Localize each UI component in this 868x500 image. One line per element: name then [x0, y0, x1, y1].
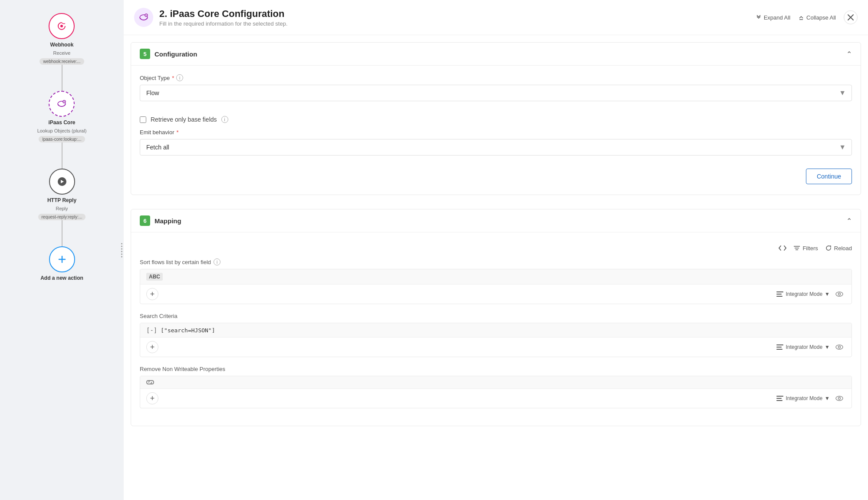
node-webhook[interactable]: Webhook Receive webhook:receive:...	[39, 13, 84, 65]
remove-non-writable-row-footer: + Integrator Mode ▼	[140, 388, 852, 408]
integrator-mode-arrow-2: ▼	[825, 344, 830, 350]
remove-non-writable-add-button[interactable]: +	[146, 392, 158, 404]
search-criteria-eye-button[interactable]	[833, 341, 845, 353]
retrieve-base-fields-label: Retrieve only base fields	[151, 116, 217, 123]
node-ipaas-wrapper: iPaas Core Lookup Objects (plural) ipaas…	[37, 91, 87, 142]
svg-rect-22	[776, 400, 783, 401]
mapping-section: 6 Mapping ⌃	[131, 209, 861, 426]
svg-point-14	[838, 293, 841, 295]
svg-point-23	[836, 396, 843, 401]
emit-behavior-select-wrapper: Fetch all ▼	[140, 139, 852, 156]
integrator-mode-icon-2	[776, 344, 783, 350]
sort-flows-row-footer: + Integrator Mode ▼	[140, 284, 852, 304]
sort-flows-integrator-mode[interactable]: Integrator Mode ▼	[776, 291, 830, 297]
panel-header: 2. iPaas Core Configuration Fill in the …	[124, 0, 868, 35]
configuration-section-header[interactable]: 5 Configuration ⌃	[131, 43, 861, 65]
emit-behavior-required: *	[176, 129, 178, 136]
node-http[interactable]: HTTP Reply Reply request-reply:reply:...	[38, 169, 86, 220]
sort-flows-info-icon[interactable]: i	[214, 258, 220, 265]
remove-non-writable-label: Remove Non Writeable Properties	[140, 366, 852, 372]
configuration-section-body: Object Type * i Flow ▼ Retrieve only bas…	[131, 65, 861, 195]
svg-point-0	[60, 25, 63, 27]
object-type-select[interactable]: Flow	[140, 85, 852, 101]
svg-rect-21	[776, 398, 782, 399]
node-add[interactable]: Add a new action	[40, 246, 83, 281]
filters-button[interactable]: Filters	[793, 245, 818, 252]
retrieve-base-fields-info-icon[interactable]: i	[221, 116, 228, 123]
connector-3	[62, 220, 62, 246]
object-type-field: Object Type * i Flow ▼	[140, 74, 852, 101]
svg-point-13	[836, 292, 843, 296]
svg-rect-15	[776, 344, 783, 345]
mapping-section-header[interactable]: 6 Mapping ⌃	[131, 209, 861, 232]
mapping-toolbar: Filters Reload	[140, 241, 852, 258]
svg-rect-11	[776, 294, 782, 295]
webhook-badge: webhook:receive:...	[39, 58, 84, 65]
panel-title: 2. iPaas Core Configuration	[159, 8, 750, 20]
remove-non-writable-row-header	[140, 376, 852, 388]
add-circle[interactable]	[49, 246, 75, 272]
webhook-sublabel: Receive	[53, 50, 71, 56]
drag-handle[interactable]	[120, 241, 124, 259]
object-type-info-icon[interactable]: i	[176, 74, 183, 81]
link-icon	[146, 380, 154, 385]
config-chevron-icon: ⌃	[846, 50, 852, 58]
svg-rect-12	[776, 296, 783, 297]
http-circle[interactable]	[49, 169, 75, 195]
collapse-all-button[interactable]: Collapse All	[798, 14, 836, 21]
code-toggle-button[interactable]	[779, 245, 786, 251]
sort-flows-field: Sort flows list by certain field i ABC +	[140, 258, 852, 304]
config-section-title: Configuration	[155, 50, 197, 58]
ipaas-sublabel: Lookup Objects (plural)	[37, 128, 87, 133]
panel-subtitle: Fill in the required information for the…	[159, 20, 750, 27]
eye-icon-3	[835, 395, 843, 401]
mapping-section-title: Mapping	[155, 217, 181, 225]
search-criteria-integrator-mode[interactable]: Integrator Mode ▼	[776, 344, 830, 350]
mapping-section-header-left: 6 Mapping	[140, 215, 181, 226]
sort-flows-eye-button[interactable]	[833, 288, 845, 300]
configuration-section: 5 Configuration ⌃ Object Type * i Flow ▼	[131, 42, 861, 195]
webhook-circle[interactable]	[49, 13, 75, 39]
emit-behavior-field: Emit behavior * Fetch all ▼	[140, 129, 852, 156]
expand-all-button[interactable]: Expand All	[756, 14, 790, 21]
continue-button[interactable]: Continue	[806, 169, 852, 184]
add-label: Add a new action	[40, 275, 83, 281]
mapping-section-body: Filters Reload Sort flows list by certai…	[131, 232, 861, 426]
svg-point-18	[836, 345, 843, 349]
svg-rect-20	[776, 396, 783, 397]
webhook-label: Webhook	[50, 42, 74, 48]
main-panel: 2. iPaas Core Configuration Fill in the …	[124, 0, 868, 500]
eye-icon-1	[835, 291, 843, 297]
close-button[interactable]	[844, 10, 858, 24]
node-ipaas[interactable]: iPaas Core Lookup Objects (plural) ipaas…	[37, 91, 87, 142]
object-type-label: Object Type * i	[140, 74, 852, 81]
search-criteria-row: [-] ["search=HJSON"] +	[140, 323, 852, 357]
ipaas-circle[interactable]	[49, 91, 75, 117]
integrator-mode-icon-3	[776, 396, 783, 401]
sort-flows-add-button[interactable]: +	[146, 288, 158, 300]
search-criteria-row-header: [-] ["search=HJSON"]	[140, 323, 852, 337]
svg-rect-10	[776, 291, 783, 292]
sidebar: Webhook Receive webhook:receive:... iPaa…	[0, 0, 124, 500]
search-criteria-add-button[interactable]: +	[146, 341, 158, 353]
svg-rect-17	[776, 349, 783, 350]
continue-row: Continue	[140, 164, 852, 186]
reload-button[interactable]: Reload	[825, 245, 852, 252]
header-actions: Expand All Collapse All	[756, 10, 858, 24]
mapping-section-number: 6	[140, 215, 150, 226]
remove-non-writable-row: + Integrator Mode ▼	[140, 376, 852, 408]
emit-behavior-select[interactable]: Fetch all	[140, 139, 852, 156]
integrator-mode-arrow-3: ▼	[825, 395, 830, 401]
remove-non-writable-integrator-mode[interactable]: Integrator Mode ▼	[776, 395, 830, 401]
object-type-required: *	[172, 75, 174, 81]
reload-icon	[825, 245, 832, 252]
search-criteria-field: Search Criteria [-] ["search=HJSON"] +	[140, 313, 852, 357]
remove-non-writable-eye-button[interactable]	[833, 392, 845, 404]
node-add-wrapper: Add a new action	[40, 246, 83, 281]
connector-1	[62, 65, 62, 91]
section-header-left: 5 Configuration	[140, 49, 197, 59]
retrieve-base-fields-checkbox[interactable]	[140, 116, 146, 123]
integrator-mode-arrow-1: ▼	[825, 291, 830, 297]
search-criteria-row-footer: + Integrator Mode ▼	[140, 337, 852, 357]
close-icon	[847, 14, 854, 21]
